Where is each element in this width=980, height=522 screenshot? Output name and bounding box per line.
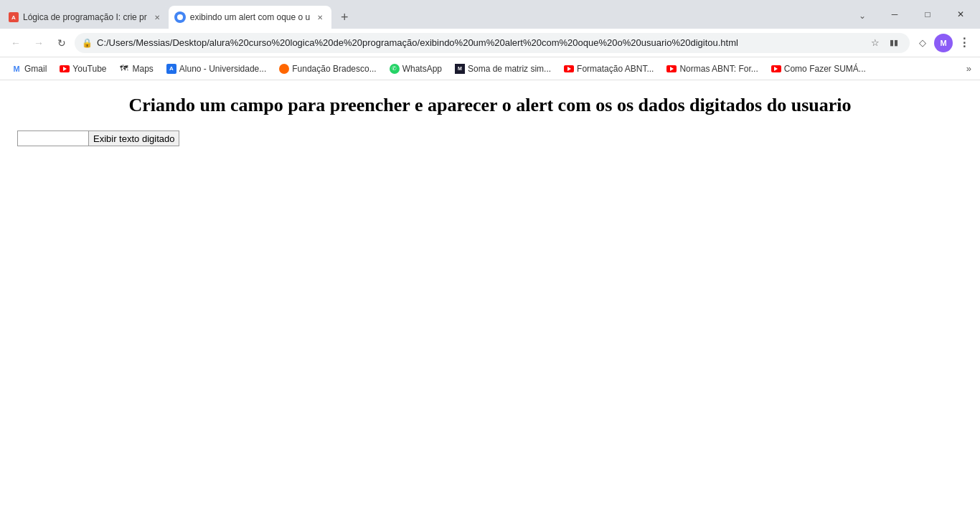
address-bar[interactable]: 🔒 C:/Users/Messias/Desktop/alura%20curso…: [75, 33, 910, 53]
bookmark-gmail[interactable]: M Gmail: [6, 60, 52, 77]
whatsapp-icon: ✆: [390, 64, 400, 74]
bookmarks-more-button[interactable]: »: [963, 62, 974, 75]
bookmark-youtube-label: YouTube: [72, 64, 106, 74]
bookmark-bradesco-label: Fundação Bradesco...: [292, 64, 376, 74]
tab-search-button[interactable]: ⌄: [852, 6, 872, 26]
maximize-button[interactable]: □: [911, 3, 944, 26]
chrome-window: A Lógica de programação I: crie pr ✕ exi…: [0, 0, 980, 522]
profile-avatar[interactable]: M: [934, 34, 953, 52]
tab2-close[interactable]: ✕: [314, 11, 326, 23]
user-text-input[interactable]: [17, 130, 89, 146]
bookmark-soma[interactable]: M Soma de matriz sim...: [449, 60, 557, 77]
more-menu-button[interactable]: ⋮: [954, 33, 974, 53]
forward-button[interactable]: →: [29, 33, 49, 53]
bookmark-gmail-label: Gmail: [24, 64, 47, 74]
cast-button[interactable]: ▮▮: [885, 34, 903, 52]
extensions-button[interactable]: ◇: [913, 33, 933, 53]
formatacao-play-icon: [567, 67, 571, 71]
youtube-icon: [60, 65, 70, 72]
bookmark-maps-label: Maps: [133, 64, 154, 74]
bookmark-whatsapp[interactable]: ✆ WhatsApp: [384, 60, 448, 77]
tabs-container: A Lógica de programação I: crie pr ✕ exi…: [0, 6, 878, 29]
bookmark-aluno-label: Aluno - Universidade...: [179, 64, 266, 74]
address-actions: ☆ ▮▮: [867, 34, 903, 52]
bookmark-formatacao-label: Formatação ABNT...: [577, 64, 654, 74]
tab-bar-actions: ⌄: [852, 6, 878, 29]
bookmark-normas-label: Normas ABNT: For...: [679, 64, 758, 74]
bookmark-youtube[interactable]: YouTube: [54, 60, 112, 77]
bookmark-como[interactable]: Como Fazer SUMÁ...: [765, 60, 872, 77]
refresh-button[interactable]: ↻: [52, 33, 72, 53]
aluno-icon: A: [166, 64, 176, 74]
toolbar-actions: ◇ M ⋮: [913, 33, 974, 53]
back-button[interactable]: ←: [6, 33, 26, 53]
page-form: Exibir texto digitado: [17, 130, 966, 146]
bookmark-whatsapp-label: WhatsApp: [402, 64, 442, 74]
bookmark-soma-label: Soma de matriz sim...: [468, 64, 551, 74]
tab1-favicon: A: [9, 12, 19, 22]
maps-icon: 🗺: [120, 64, 130, 74]
lock-icon: 🔒: [82, 38, 93, 48]
youtube-play-icon: [63, 67, 67, 71]
tab1-close[interactable]: ✕: [151, 11, 163, 23]
minimize-button[interactable]: ─: [878, 3, 911, 26]
bookmark-bradesco[interactable]: Fundação Bradesco...: [273, 60, 382, 77]
bookmark-normas[interactable]: Normas ABNT: For...: [661, 60, 763, 77]
address-text: C:/Users/Messias/Desktop/alura%20curso%2…: [97, 37, 862, 48]
tab2-favicon: [174, 11, 186, 23]
bookmark-aluno[interactable]: A Aluno - Universidade...: [161, 60, 272, 77]
tab2-title: exibindo um alert com oque o u: [190, 12, 310, 22]
tab-1[interactable]: A Lógica de programação I: crie pr ✕: [3, 6, 169, 29]
tab-2[interactable]: exibindo um alert com oque o u ✕: [169, 6, 331, 29]
bookmark-formatacao[interactable]: Formatação ABNT...: [558, 60, 659, 77]
bookmark-star-button[interactable]: ☆: [867, 34, 884, 52]
bradesco-icon: [279, 64, 289, 74]
new-tab-button[interactable]: +: [334, 7, 354, 27]
normas-icon: [666, 65, 677, 72]
soma-icon: M: [455, 64, 465, 74]
gmail-icon: M: [11, 64, 22, 74]
page-heading: Criando um campo para preencher e aparec…: [14, 95, 966, 116]
tab1-title: Lógica de programação I: crie pr: [23, 12, 147, 22]
navigation-bar: ← → ↻ 🔒 C:/Users/Messias/Desktop/alura%2…: [0, 29, 980, 57]
title-bar: A Lógica de programação I: crie pr ✕ exi…: [0, 0, 980, 29]
window-controls: ─ □ ✕: [878, 3, 980, 29]
normas-play-icon: [670, 67, 674, 71]
close-button[interactable]: ✕: [944, 3, 977, 26]
page-content: Criando um campo para preencher e aparec…: [0, 80, 980, 522]
display-button[interactable]: Exibir texto digitado: [89, 130, 179, 146]
bookmarks-bar: M Gmail YouTube 🗺 Maps A Aluno - Univers…: [0, 57, 980, 80]
bookmark-maps[interactable]: 🗺 Maps: [114, 60, 159, 77]
como-icon: [771, 65, 781, 72]
bookmark-como-label: Como Fazer SUMÁ...: [784, 64, 866, 74]
formatacao-icon: [564, 65, 574, 72]
como-play-icon: [774, 67, 778, 71]
